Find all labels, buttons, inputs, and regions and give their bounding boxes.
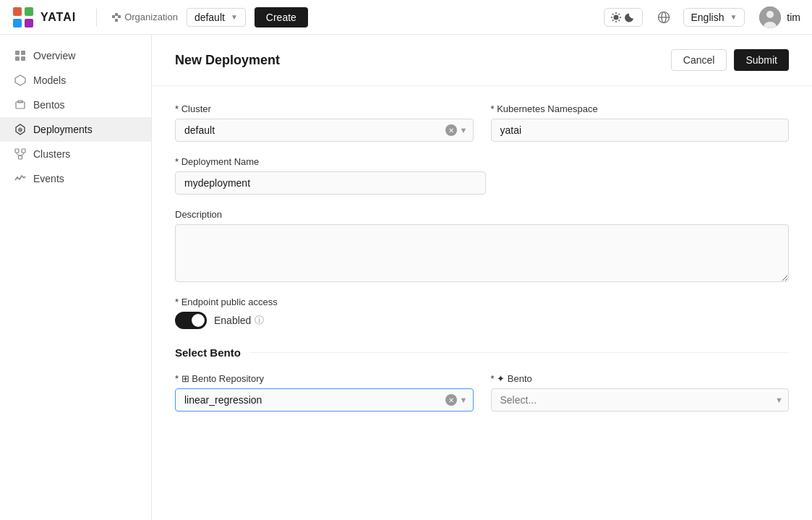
k8s-namespace-label: * Kubernetes Namespace [491, 103, 790, 114]
svg-line-16 [612, 20, 614, 21]
main-content: New Deployment Cancel Submit * Cluster ✕… [152, 35, 812, 520]
bento-repo-select-wrapper: ✕ ▼ [175, 388, 474, 412]
moon-icon [625, 12, 636, 23]
cancel-button[interactable]: Cancel [671, 49, 727, 71]
lang-select-arrow: ▼ [730, 13, 737, 21]
overview-icon [14, 50, 26, 61]
divider-line [249, 352, 789, 353]
description-label: Description [175, 209, 789, 220]
toggle-info-icon: ⓘ [255, 314, 264, 327]
cluster-label: * Cluster [175, 103, 474, 114]
org-icon [111, 12, 121, 22]
form-body: * Cluster ✕ ▼ * Kubernetes Namespace [152, 86, 812, 429]
cluster-row: * Cluster ✕ ▼ * Kubernetes Namespace [175, 103, 789, 142]
deployment-name-label: * Deployment Name [175, 156, 486, 167]
svg-marker-27 [15, 75, 25, 85]
submit-button[interactable]: Submit [734, 49, 789, 71]
bento-repo-input[interactable] [175, 388, 474, 412]
page-title: New Deployment [175, 53, 280, 68]
section-divider: Select Bento [175, 346, 789, 359]
models-icon [14, 74, 26, 86]
cluster-field: * Cluster ✕ ▼ [175, 103, 474, 142]
bento-fields: * ⊞ Bento Repository ✕ ▼ * ✦ Bento [175, 373, 789, 412]
bento-repo-clear-btn[interactable]: ✕ [445, 394, 457, 406]
nav-divider [96, 9, 97, 26]
username: tim [787, 12, 800, 23]
clusters-icon [14, 148, 26, 160]
endpoint-label: * Endpoint public access [175, 297, 789, 307]
toggle-thumb [192, 314, 205, 327]
svg-rect-24 [21, 51, 25, 55]
svg-line-13 [612, 14, 614, 15]
deployments-icon [14, 124, 26, 135]
cluster-input[interactable] [175, 119, 474, 142]
sidebar-item-deployments[interactable]: Deployments [0, 117, 151, 142]
svg-rect-5 [115, 13, 118, 16]
bento-select-field: * ✦ Bento ▼ [491, 373, 790, 412]
bento-select-wrapper: ▼ [491, 388, 790, 412]
avatar-image [759, 7, 781, 28]
description-row: Description [175, 209, 789, 282]
svg-rect-30 [15, 149, 19, 153]
endpoint-row: * Endpoint public access Enabled ⓘ [175, 297, 789, 329]
svg-rect-0 [13, 7, 22, 16]
org-select-arrow: ▼ [231, 13, 238, 21]
svg-rect-2 [13, 19, 22, 27]
logo: YATAI [12, 6, 76, 29]
svg-rect-26 [21, 56, 25, 61]
svg-rect-31 [22, 149, 25, 153]
svg-rect-25 [15, 56, 20, 61]
theme-toggle[interactable] [604, 8, 643, 27]
description-field: Description [175, 209, 789, 282]
description-input[interactable] [175, 224, 789, 282]
sidebar-item-bentos[interactable]: Bentos [0, 93, 151, 117]
svg-point-21 [766, 11, 774, 18]
sidebar-item-label: Deployments [33, 124, 93, 135]
k8s-namespace-input[interactable] [491, 119, 790, 142]
logo-icon [12, 6, 35, 29]
sidebar-item-label: Clusters [33, 148, 70, 160]
svg-rect-32 [19, 155, 22, 159]
svg-line-15 [618, 14, 620, 15]
bento-repo-label: * ⊞ Bento Repository [175, 373, 474, 384]
org-select[interactable]: default ▼ [187, 8, 246, 27]
section-title: Select Bento [175, 346, 241, 359]
globe-icon-button[interactable] [657, 11, 670, 24]
create-button[interactable]: Create [255, 7, 308, 27]
svg-rect-7 [115, 19, 118, 22]
sidebar-item-events[interactable]: Events [0, 166, 151, 191]
sun-icon [610, 12, 622, 23]
sidebar-item-label: Models [33, 74, 66, 86]
sidebar-item-overview[interactable]: Overview [0, 43, 151, 68]
deployment-name-field: * Deployment Name [175, 156, 486, 195]
sidebar-item-label: Bentos [33, 99, 65, 111]
toggle-label: Enabled ⓘ [214, 314, 264, 327]
cluster-clear-btn[interactable]: ✕ [445, 124, 457, 136]
page-actions: Cancel Submit [671, 49, 789, 71]
bentos-icon [14, 99, 26, 111]
svg-line-14 [618, 20, 620, 21]
k8s-namespace-field: * Kubernetes Namespace [491, 103, 790, 142]
lang-select[interactable]: English ▼ [683, 8, 745, 27]
bento-select-label: * ✦ Bento [491, 373, 790, 384]
page-header: New Deployment Cancel Submit [152, 35, 812, 86]
svg-rect-4 [112, 15, 115, 18]
sidebar-item-label: Events [33, 173, 64, 184]
bento-select-input[interactable] [491, 388, 790, 412]
main-layout: Overview Models Bentos Deployments Clust… [0, 35, 812, 520]
endpoint-field: * Endpoint public access Enabled ⓘ [175, 297, 789, 329]
org-label: Organization [111, 12, 178, 22]
avatar [759, 7, 781, 28]
user-menu[interactable]: tim [759, 7, 800, 28]
topnav: YATAI Organization default ▼ Create [0, 0, 812, 35]
deployment-name-input[interactable] [175, 171, 486, 195]
toggle-track [175, 312, 207, 329]
svg-rect-3 [25, 19, 33, 27]
endpoint-toggle[interactable] [175, 312, 207, 329]
bento-repo-field: * ⊞ Bento Repository ✕ ▼ [175, 373, 474, 412]
sidebar-item-models[interactable]: Models [0, 68, 151, 93]
sidebar-item-clusters[interactable]: Clusters [0, 142, 151, 166]
toggle-row: Enabled ⓘ [175, 312, 789, 329]
svg-point-8 [613, 14, 618, 20]
sidebar: Overview Models Bentos Deployments Clust… [0, 35, 152, 520]
